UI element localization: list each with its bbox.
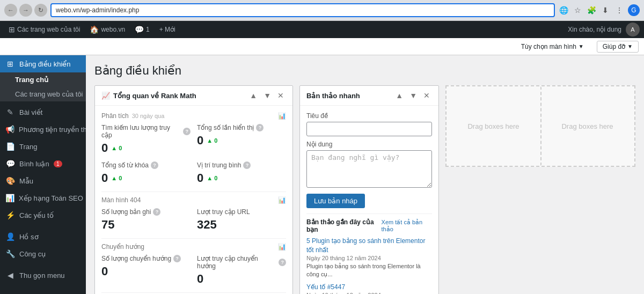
info-icon-3[interactable]: ? <box>151 161 158 169</box>
drag-box-2[interactable]: Drag boxes here <box>540 86 634 166</box>
sidebar: ⊞ Bảng điều khiển Trang chủ Các trang we… <box>0 55 86 294</box>
info-icon-7[interactable]: ? <box>279 259 286 266</box>
help-btn[interactable]: Giúp đỡ ▼ <box>597 41 639 53</box>
widget-toggle-up[interactable]: ▲ <box>247 90 259 101</box>
quick-draft-down[interactable]: ▼ <box>407 90 419 101</box>
drafts-list: 5 Plugin tạo bảng so sánh trên Elementor… <box>306 237 432 294</box>
save-draft-button[interactable]: Lưu bản nháp <box>306 194 365 208</box>
rm-redirect-metrics: Số lượng chuyển hướng ? 0 Lượt truy cập … <box>101 255 286 286</box>
back-button[interactable]: ← <box>4 4 17 17</box>
sidebar-item-pages[interactable]: 📄 Trang <box>0 138 86 155</box>
extensions-icon[interactable]: 🧩 <box>586 5 597 16</box>
quick-draft-title: Bản thảo nhanh <box>306 92 393 100</box>
rm-redirect-chart-icon[interactable]: 📊 <box>278 243 286 251</box>
refresh-button[interactable]: ↻ <box>34 4 47 17</box>
main-content: Bảng điều khiển 📈 Tổng quan về Rank Math… <box>86 55 644 294</box>
draft-link-1[interactable]: Yếu tố #5447 <box>306 283 432 292</box>
rm-metric-redirect-count: Số lượng chuyển hướng ? 0 <box>101 255 191 286</box>
more-icon[interactable]: ⋮ <box>614 5 625 16</box>
info-icon[interactable]: ? <box>183 128 191 135</box>
browser-nav-buttons: ← → ↻ <box>4 4 47 17</box>
browser-chrome: ← → ↻ 🌐 ☆ 🧩 ⬇ ⋮ G <box>0 0 644 21</box>
rank-math-title: 📈 Tổng quan về Rank Math <box>101 92 247 100</box>
rm-metric-keywords: Tổng số từ khóa ? 0 ▲ 0 <box>101 161 191 185</box>
admin-avatar[interactable]: A <box>626 23 640 36</box>
sidebar-item-comments[interactable]: 💬 Bình luận 1 <box>0 155 86 172</box>
sidebar-item-tools[interactable]: 🔧 Công cụ <box>0 245 86 262</box>
sidebar-item-appearance[interactable]: 🎨 Mẫu <box>0 172 86 189</box>
rm-metric-impressions: Tổng số lần hiển thị ? 0 ▲ 0 <box>197 124 286 155</box>
admin-bar: ⊞ Các trang web của tôi 🏠 webo.vn 💬 1 + … <box>0 21 644 38</box>
info-icon-6[interactable]: ? <box>173 255 181 262</box>
chart-icon: 📈 <box>101 92 110 100</box>
admin-bar-comments[interactable]: 💬 1 <box>130 21 154 38</box>
admin-bar-new[interactable]: + Mới <box>155 21 180 38</box>
dashboard-icon: ⊞ <box>5 60 15 68</box>
pages-icon: 📄 <box>5 142 15 151</box>
sidebar-item-profile[interactable]: 👤 Hồ sơ <box>0 228 86 245</box>
sidebar-item-seo[interactable]: 📊 Xếp hạng Toán SEO <box>0 189 86 207</box>
quick-draft-widget: Bản thảo nhanh ▲ ▼ ✕ Tiêu đề Nội dung Bạ… <box>299 85 439 294</box>
drag-box-1[interactable]: Drag boxes here <box>447 86 540 166</box>
admin-bar-right: Xin chào, nội dung A <box>564 23 640 36</box>
rank-math-widget: 📈 Tổng quan về Rank Math ▲ ▼ ✕ Phân tích <box>94 85 293 294</box>
download-icon[interactable]: ⬇ <box>600 5 611 16</box>
quick-draft-close[interactable]: ✕ <box>421 90 432 101</box>
draft-item-0: 5 Plugin tạo bảng so sánh trên Elementor… <box>306 237 432 278</box>
quick-draft-up[interactable]: ▲ <box>393 90 405 101</box>
draft-link-0[interactable]: 5 Plugin tạo bảng so sánh trên Elementor… <box>306 237 432 255</box>
sidebar-item-collapse[interactable]: ◀ Thu gọn menu <box>0 267 86 284</box>
title-label: Tiêu đề <box>306 112 432 120</box>
sidebar-item-posts[interactable]: ✎ Bài viết <box>0 104 86 121</box>
profile-icon[interactable]: G <box>628 4 640 16</box>
sidebar-item-marketing[interactable]: 📢 Phương tiện truyền thông <box>0 121 86 138</box>
dashboard-layout: 📈 Tổng quan về Rank Math ▲ ▼ ✕ Phân tích <box>94 85 635 294</box>
translate-icon[interactable]: 🌐 <box>558 5 569 16</box>
elements-icon: ⚡ <box>5 211 15 219</box>
chevron-down-icon: ▼ <box>627 43 633 49</box>
sidebar-item-dashboard[interactable]: ⊞ Bảng điều khiển <box>0 55 86 72</box>
forward-button[interactable]: → <box>19 4 32 17</box>
profile-icon: 👤 <box>5 232 15 241</box>
drafts-label: Bản thảo gần đây của bạn <box>306 218 382 233</box>
screen-options-btn[interactable]: Tùy chọn màn hình ▼ <box>521 43 584 50</box>
address-bar[interactable] <box>50 3 555 17</box>
seo-icon: 📊 <box>5 194 14 202</box>
rm-metrics-grid: Tìm kiếm lưu lượng truy cập ? 0 ▲ 0 <box>101 124 286 185</box>
browser-action-icons: 🌐 ☆ 🧩 ⬇ ⋮ G <box>558 4 640 16</box>
draft-title-input[interactable] <box>306 122 432 136</box>
rank-math-header-actions: ▲ ▼ ✕ <box>247 90 286 101</box>
draft-meta-0: Ngày 20 tháng 12 năm 2024 <box>306 255 432 261</box>
bookmark-icon[interactable]: ☆ <box>572 5 583 16</box>
sidebar-item-elements[interactable]: ⚡ Các yếu tố <box>0 207 86 224</box>
admin-bar-site[interactable]: 🏠 webo.vn <box>85 21 129 38</box>
content-label: Nội dung <box>306 141 432 148</box>
rm-metric-traffic: Tìm kiếm lưu lượng truy cập ? 0 ▲ 0 <box>101 124 191 155</box>
comments-icon: 💬 <box>5 159 15 168</box>
rm-404-chart-icon[interactable]: 📊 <box>278 196 286 204</box>
comment-icon: 💬 <box>135 25 144 34</box>
widget-toggle-down[interactable]: ▼ <box>261 90 273 101</box>
sidebar-label-dashboard: Bảng điều khiển <box>19 60 71 68</box>
quick-draft-body: Tiêu đề Nội dung Bạn đang nghĩ gì vậy? L… <box>300 106 438 294</box>
admin-bar-sites[interactable]: ⊞ Các trang web của tôi <box>4 21 84 38</box>
sidebar-item-home[interactable]: Trang chủ <box>0 72 86 87</box>
chevron-down-icon: ▼ <box>579 43 584 49</box>
view-all-drafts-link[interactable]: Xem tất cả bản thảo <box>382 219 432 233</box>
widget-close[interactable]: ✕ <box>275 90 286 101</box>
info-icon-2[interactable]: ? <box>256 124 264 131</box>
rank-math-header: 📈 Tổng quan về Rank Math ▲ ▼ ✕ <box>95 86 292 106</box>
collapse-icon: ◀ <box>5 271 15 280</box>
info-icon-4[interactable]: ? <box>243 161 251 169</box>
rm-metric-url-visits: Lượt truy cập URL 325 <box>197 208 286 232</box>
info-icon-5[interactable]: ? <box>153 208 160 216</box>
rm-metric-position: Vị trí trung bình ? 0 ▲ 0 <box>197 161 286 185</box>
rm-analysis-section: Phân tích 30 ngày qua 📊 <box>101 112 286 120</box>
drafts-header: Bản thảo gần đây của bạn Xem tất cả bản … <box>306 218 432 233</box>
draft-content-textarea[interactable]: Bạn đang nghĩ gì vậy? <box>306 150 432 188</box>
draft-excerpt-0: Plugin tạo bảng so sánh trong Elementor … <box>306 262 432 279</box>
sidebar-item-sites[interactable]: Các trang web của tôi <box>0 87 86 101</box>
page-toolbar: Tùy chọn màn hình ▼ Giúp đỡ ▼ <box>0 38 644 55</box>
dashboard-submenu: Trang chủ Các trang web của tôi <box>0 72 86 101</box>
rm-chart-icon[interactable]: 📊 <box>278 112 286 120</box>
